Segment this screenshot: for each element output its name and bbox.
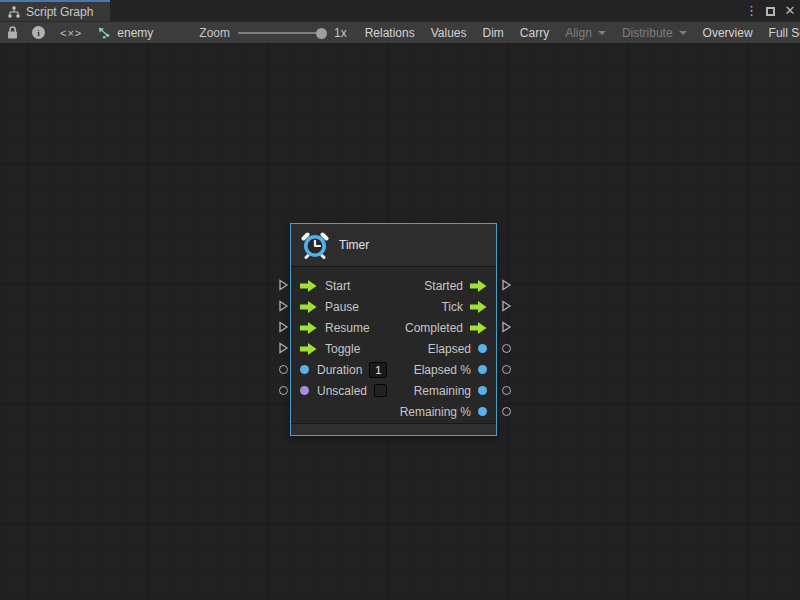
port-row-toggle[interactable]: Toggle [291,338,387,359]
relations-label: Relations [365,26,415,40]
overview-label: Overview [703,26,753,40]
port-label: Elapsed [428,342,471,356]
breadcrumb[interactable]: enemy [90,22,163,43]
graph-name: enemy [117,26,153,40]
flow-port-connector[interactable] [501,279,512,291]
distribute-button[interactable]: Distribute [614,22,695,43]
flow-arrow-icon [300,322,317,334]
flow-port-connector[interactable] [278,279,289,291]
port-label: Elapsed % [414,363,471,377]
graph-canvas[interactable]: Timer Start Pause [0,43,800,600]
chevron-down-icon [598,31,606,35]
toolbar: i <×> enemy Zoom 1x Relations [0,21,800,43]
port-row-remaining[interactable]: Remaining [400,380,496,401]
port-label: Remaining % [400,405,471,419]
timer-node-group: Timer Start Pause [277,223,512,436]
flow-arrow-icon [300,301,317,313]
port-row-resume[interactable]: Resume [291,317,387,338]
port-label: Unscaled [317,384,367,398]
value-port-connector[interactable] [279,384,288,396]
values-button[interactable]: Values [423,22,475,43]
flow-port-connector[interactable] [501,321,512,333]
port-label: Completed [405,321,463,335]
value-port-connector[interactable] [502,363,511,375]
fullscreen-label: Full Screen [769,26,800,40]
node-ports: Start Pause Resume Toggle [291,267,496,423]
flow-arrow-icon [470,301,487,313]
flow-arrow-icon [300,343,317,355]
flow-port-connector[interactable] [278,342,289,354]
value-port-connector[interactable] [502,384,511,396]
port-row-pause[interactable]: Pause [291,296,387,317]
value-port-connector[interactable] [502,342,511,354]
fullscreen-button[interactable]: Full Screen [761,22,800,43]
flow-arrow-icon [470,322,487,334]
flow-port-connector[interactable] [278,300,289,312]
zoom-slider[interactable] [238,27,326,39]
value-port-icon [478,365,487,374]
value-port-connector[interactable] [502,405,511,417]
port-row-elapsed-pct[interactable]: Elapsed % [400,359,496,380]
value-port-icon [478,407,487,416]
maximize-icon[interactable] [766,2,775,20]
port-label: Toggle [325,342,360,356]
variables-icon: <×> [60,27,82,39]
timer-node-header[interactable]: Timer [291,224,496,267]
tab-script-graph[interactable]: Script Graph [0,0,110,21]
port-row-started[interactable]: Started [400,275,496,296]
graph-icon [8,6,20,18]
carry-button[interactable]: Carry [512,22,557,43]
overview-button[interactable]: Overview [695,22,761,43]
dim-label: Dim [483,26,504,40]
variables-button[interactable]: <×> [52,22,90,43]
timer-node[interactable]: Timer Start Pause [290,223,497,436]
port-row-remaining-pct[interactable]: Remaining % [400,401,496,422]
unscaled-checkbox[interactable] [374,384,387,397]
port-label: Started [424,279,463,293]
value-port-connector[interactable] [279,363,288,375]
port-row-elapsed[interactable]: Elapsed [400,338,496,359]
port-row-duration[interactable]: Duration [291,359,387,380]
script-graph-window: Script Graph ⋮ ✕ i <×> [0,0,800,600]
flow-port-connector[interactable] [501,300,512,312]
zoom-slider-track [238,32,326,34]
port-row-completed[interactable]: Completed [400,317,496,338]
input-ports-column: Start Pause Resume Toggle [291,275,387,401]
info-icon: i [32,26,45,39]
node-footer [291,423,496,435]
alarm-clock-icon [301,231,329,259]
inspect-button[interactable]: i [25,22,52,43]
port-row-unscaled[interactable]: Unscaled [291,380,387,401]
zoom-control: Zoom 1x [189,22,356,43]
window-controls: ⋮ ✕ [745,0,796,21]
zoom-value: 1x [334,26,347,40]
port-row-start[interactable]: Start [291,275,387,296]
port-label: Tick [441,300,463,314]
titlebar: Script Graph ⋮ ✕ [0,0,800,21]
graph-pointer-icon [96,26,111,39]
zoom-slider-handle[interactable] [316,28,327,39]
port-label: Pause [325,300,359,314]
more-menu-icon[interactable]: ⋮ [745,0,757,21]
duration-input[interactable] [369,362,387,378]
align-label: Align [565,26,592,40]
value-port-icon [478,344,487,353]
input-connectors [277,223,289,405]
tab-title: Script Graph [26,5,93,19]
value-port-icon [300,386,309,395]
port-label: Remaining [414,384,471,398]
close-icon[interactable]: ✕ [784,0,796,21]
port-label: Resume [325,321,370,335]
values-label: Values [431,26,467,40]
flow-arrow-icon [470,280,487,292]
relations-button[interactable]: Relations [357,22,423,43]
flow-port-connector[interactable] [278,321,289,333]
dim-button[interactable]: Dim [475,22,512,43]
lock-button[interactable] [0,22,25,43]
align-button[interactable]: Align [557,22,614,43]
port-row-tick[interactable]: Tick [400,296,496,317]
port-label: Start [325,279,350,293]
distribute-label: Distribute [622,26,673,40]
chevron-down-icon [679,31,687,35]
maximize-box [766,7,775,16]
